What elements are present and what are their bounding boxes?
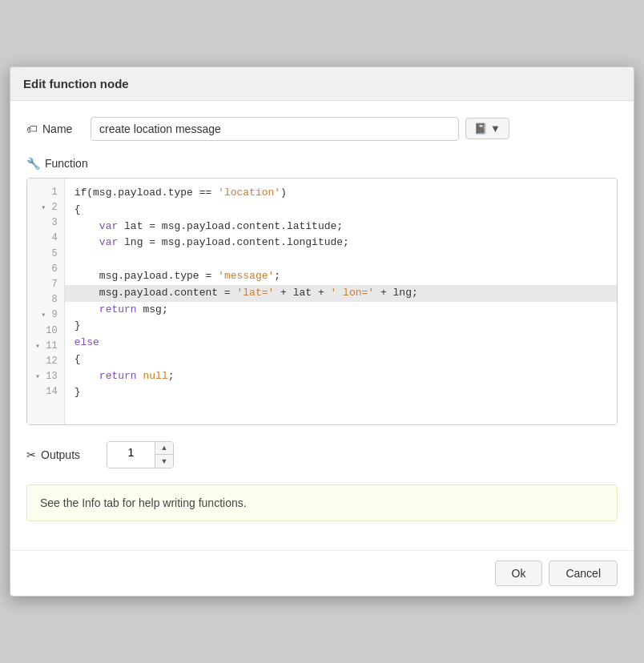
code-line-12: return null; (74, 368, 617, 385)
code-line-7: msg.payload.content = 'lat=' + lat + ' l… (65, 285, 617, 302)
code-line-13: } (74, 384, 617, 401)
line-num-4: 4 (35, 231, 58, 246)
resize-handle[interactable] (617, 294, 618, 310)
name-input[interactable] (91, 117, 459, 141)
outputs-row: ✂ Outputs 1 ▲ ▼ (26, 441, 618, 468)
code-line-1: if(msg.payload.type == 'location') (74, 185, 617, 202)
dialog-header: Edit function node (10, 67, 634, 101)
outputs-decrement-button[interactable]: ▼ (155, 455, 173, 468)
line-num-1: 1 (35, 185, 58, 200)
code-line-14 (74, 401, 617, 418)
code-content: 1 ▾ 2 3 4 5 6 7 8 ▾ 9 10 ▾ 11 12 ▾ 13 14 (27, 179, 617, 424)
line-num-10: 10 (35, 323, 58, 339)
outputs-increment-button[interactable]: ▲ (155, 442, 173, 455)
code-line-5 (74, 251, 617, 268)
line-num-11: ▾ 11 (35, 339, 58, 354)
line-num-13: ▾ 13 (35, 369, 58, 384)
dialog-title: Edit function node (23, 77, 621, 90)
code-lines[interactable]: if(msg.payload.type == 'location') { var… (65, 179, 617, 424)
name-row: 🏷 Name 📓 ▼ (26, 117, 618, 141)
info-text: See the Info tab for help writing functi… (40, 496, 247, 509)
line-num-7: 7 (35, 277, 58, 292)
dialog-footer: Ok Cancel (10, 550, 634, 596)
dropdown-arrow: ▼ (490, 123, 501, 135)
code-line-8: return msg; (74, 302, 617, 319)
line-num-14: 14 (35, 384, 58, 400)
info-box: See the Info tab for help writing functi… (26, 484, 618, 521)
code-line-2: { (74, 202, 617, 219)
icon-picker-button[interactable]: 📓 ▼ (465, 118, 509, 139)
edit-function-dialog: Edit function node 🏷 Name 📓 ▼ 🔧 Function (10, 66, 634, 597)
wrench-icon: 🔧 (26, 157, 40, 170)
outputs-label: ✂ Outputs (26, 448, 107, 461)
outputs-value: 1 (107, 442, 155, 468)
name-label: 🏷 Name (26, 123, 91, 135)
line-num-2: ▾ 2 (35, 200, 58, 215)
line-num-12: 12 (35, 354, 58, 369)
code-line-11: { (74, 352, 617, 368)
ok-button[interactable]: Ok (495, 561, 543, 586)
outputs-icon: ✂ (26, 448, 36, 461)
outputs-spinner: 1 ▲ ▼ (107, 441, 174, 468)
cancel-button[interactable]: Cancel (549, 561, 618, 586)
book-icon: 📓 (474, 123, 487, 135)
code-line-9: } (74, 318, 617, 335)
code-editor[interactable]: 1 ▾ 2 3 4 5 6 7 8 ▾ 9 10 ▾ 11 12 ▾ 13 14 (26, 178, 618, 425)
line-num-6: 6 (35, 262, 58, 277)
function-section-label: 🔧 Function (26, 157, 618, 170)
line-numbers: 1 ▾ 2 3 4 5 6 7 8 ▾ 9 10 ▾ 11 12 ▾ 13 14 (27, 179, 65, 424)
code-line-6: msg.payload.type = 'message'; (74, 268, 617, 285)
line-num-8: 8 (35, 292, 58, 307)
line-num-3: 3 (35, 215, 58, 231)
function-label-text: Function (45, 157, 88, 170)
spinner-buttons: ▲ ▼ (155, 442, 173, 468)
code-line-10: else (74, 335, 617, 352)
line-num-9: ▾ 9 (35, 307, 58, 323)
code-line-3: var lat = msg.payload.content.latitude; (74, 219, 617, 235)
name-label-text: Name (42, 123, 72, 135)
tag-icon: 🏷 (26, 123, 38, 135)
outputs-label-text: Outputs (41, 448, 80, 461)
code-line-4: var lng = msg.payload.content.longitude; (74, 235, 617, 251)
dialog-body: 🏷 Name 📓 ▼ 🔧 Function 1 ▾ 2 3 4 (10, 101, 634, 550)
line-num-5: 5 (35, 247, 58, 262)
